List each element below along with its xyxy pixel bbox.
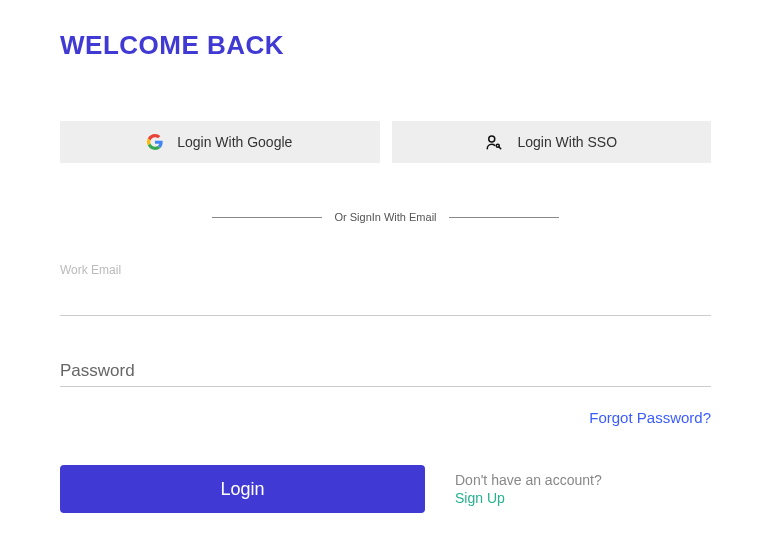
login-google-button[interactable]: Login With Google: [60, 121, 380, 163]
login-button[interactable]: Login: [60, 465, 425, 513]
login-google-label: Login With Google: [177, 134, 292, 150]
email-input[interactable]: [60, 285, 711, 316]
oauth-row: Login With Google Login With SSO: [60, 121, 711, 163]
google-icon: [147, 134, 163, 150]
signup-link[interactable]: Sign Up: [455, 490, 505, 506]
email-field-group: Work Email: [60, 263, 711, 316]
forgot-password-link[interactable]: Forgot Password?: [589, 409, 711, 426]
email-label: Work Email: [60, 263, 711, 277]
svg-point-0: [489, 136, 495, 142]
sso-key-icon: [485, 133, 503, 151]
page-title: WELCOME BACK: [60, 30, 711, 61]
bottom-row: Login Don't have an account? Sign Up: [60, 465, 711, 513]
signup-block: Don't have an account? Sign Up: [455, 472, 602, 506]
forgot-row: Forgot Password?: [60, 409, 711, 427]
divider-text: Or SignIn With Email: [322, 211, 448, 223]
divider-line-right: [449, 217, 559, 218]
password-field-group: [60, 356, 711, 387]
divider: Or SignIn With Email: [60, 211, 711, 223]
login-sso-button[interactable]: Login With SSO: [392, 121, 712, 163]
login-sso-label: Login With SSO: [517, 134, 617, 150]
password-input[interactable]: [60, 356, 711, 387]
signup-prompt: Don't have an account?: [455, 472, 602, 488]
divider-line-left: [212, 217, 322, 218]
